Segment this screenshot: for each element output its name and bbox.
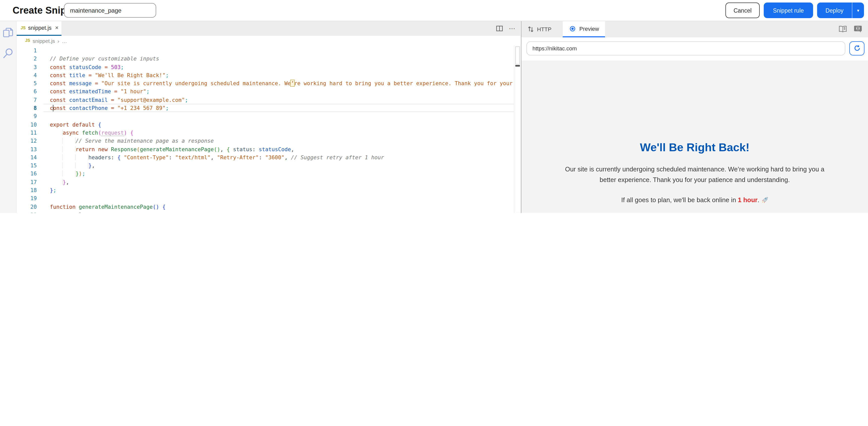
code-token: fetch (82, 130, 98, 136)
line-number[interactable]: 5 (17, 79, 37, 87)
code-line-18[interactable]: 18}; (17, 186, 514, 194)
discord-icon[interactable] (854, 25, 862, 33)
line-number[interactable]: 12 (17, 137, 37, 145)
line-number[interactable]: 15 (17, 161, 37, 170)
docs-book-icon[interactable] (839, 26, 847, 32)
code-token: "Our site is currently undergoing schedu… (101, 80, 291, 86)
http-arrows-icon (527, 26, 534, 32)
line-number[interactable]: 11 (17, 129, 37, 137)
line-number[interactable]: 13 (17, 145, 37, 153)
code-line-1[interactable]: 1 (17, 47, 514, 55)
code-line-3[interactable]: 3const statusCode = 503; (17, 63, 514, 71)
code-line-9[interactable]: 9 (17, 112, 514, 120)
line-number[interactable]: 1 (17, 47, 37, 55)
code-token: { (98, 121, 101, 127)
rocket-icon (761, 196, 768, 204)
line-number[interactable]: 17 (17, 178, 37, 186)
code-line-7[interactable]: 7const contactEmail = "support@example.c… (17, 96, 514, 104)
url-input[interactable] (526, 41, 845, 55)
code-token: const (50, 88, 69, 94)
code-editor[interactable]: 12// Define your customizable inputs3con… (17, 46, 514, 213)
code-token: // Define your customizable inputs (50, 56, 159, 62)
code-line-8[interactable]: 8const contactPhone = "+1 234 567 89"; (17, 104, 514, 112)
code-token: = (114, 88, 121, 94)
code-token: () (214, 146, 220, 152)
code-line-5[interactable]: 5const message = "Our site is currently … (17, 79, 514, 87)
maintenance-message: Our site is currently undergoing schedul… (559, 164, 831, 185)
refresh-button[interactable] (849, 41, 865, 55)
code-line-10[interactable]: 10export default { (17, 120, 514, 129)
cancel-button[interactable]: Cancel (725, 2, 760, 18)
js-file-icon: JS (21, 26, 26, 30)
code-line-6[interactable]: 6const estimatedTime = "1 hour"; (17, 87, 514, 96)
code-token: ` (79, 212, 82, 213)
code-token: : (169, 154, 175, 160)
code-line-15[interactable]: 15 }, (17, 161, 514, 170)
header-actions: Cancel Snippet rule Deploy ▾ (725, 2, 864, 18)
code-token: ( (136, 146, 140, 152)
code-token: ; (146, 88, 150, 94)
line-number[interactable]: 6 (17, 87, 37, 96)
deploy-button[interactable]: Deploy (817, 7, 852, 13)
tab-snippet-js[interactable]: JS snippet.js × (17, 21, 61, 35)
search-icon[interactable] (0, 47, 17, 59)
line-number[interactable]: 2 (17, 55, 37, 63)
code-token (50, 179, 63, 185)
line-number[interactable]: 19 (17, 194, 37, 203)
code-token: statusCode (69, 64, 104, 70)
line-number[interactable]: 21 (17, 211, 37, 213)
breadcrumb-file[interactable]: snippet.js (33, 37, 55, 44)
line-number[interactable]: 16 (17, 170, 37, 178)
tab-preview[interactable]: Preview (563, 21, 605, 37)
code-line-13[interactable]: 13 return new Response(generateMaintenan… (17, 145, 514, 153)
code-token: statusCode (259, 146, 291, 152)
code-token: = (88, 72, 95, 78)
more-actions-icon[interactable]: ⋯ (509, 25, 515, 32)
split-editor-icon[interactable] (496, 26, 503, 31)
line-number[interactable]: 20 (17, 202, 37, 211)
maintenance-page: We'll Be Right Back! Our site is current… (559, 60, 831, 213)
line-number[interactable]: 3 (17, 63, 37, 71)
editor-scrollbar[interactable] (514, 46, 520, 213)
code-token: , (66, 179, 69, 185)
code-line-19[interactable]: 19 (17, 194, 514, 203)
code-token: ( (98, 130, 101, 136)
line-number[interactable]: 7 (17, 96, 37, 104)
snippet-name-input[interactable] (64, 3, 156, 18)
code-line-17[interactable]: 17 }, (17, 178, 514, 186)
line-number[interactable]: 14 (17, 153, 37, 162)
code-token: { (117, 154, 124, 160)
code-line-21[interactable]: 21 return ` (17, 211, 514, 213)
explorer-copy-files-icon[interactable] (0, 27, 17, 38)
breadcrumb-more[interactable]: … (62, 37, 67, 44)
tab-http[interactable]: HTTP (521, 21, 557, 37)
code-line-2[interactable]: 2// Define your customizable inputs (17, 55, 514, 63)
code-token: "support@example.com" (117, 97, 185, 103)
deploy-dropdown-caret[interactable]: ▾ (852, 2, 864, 18)
breadcrumb-separator: › (57, 37, 59, 44)
code-token: : (259, 154, 265, 160)
line-number[interactable]: 9 (17, 112, 37, 120)
scrollbar-thumb[interactable] (515, 47, 520, 64)
tab-label: snippet.js (28, 25, 52, 31)
line-number[interactable]: 8 (17, 104, 37, 112)
code-line-20[interactable]: 20function generateMaintenancePage() { (17, 202, 514, 211)
code-token: ) (124, 130, 127, 136)
breadcrumb[interactable]: JS snippet.js › … (17, 35, 520, 46)
code-line-11[interactable]: 11 async fetch(request) { (17, 129, 514, 137)
code-token: re working hard to bring you a better ex… (294, 80, 514, 86)
snippet-rule-button[interactable]: Snippet rule (764, 2, 813, 18)
deploy-split-button[interactable]: Deploy ▾ (817, 2, 864, 18)
code-token: } (63, 179, 66, 185)
code-line-12[interactable]: 12 // Serve the maintenance page as a re… (17, 137, 514, 145)
line-number[interactable]: 4 (17, 71, 37, 79)
code-token: : (252, 146, 259, 152)
code-line-14[interactable]: 14 headers: { "Content-Type": "text/html… (17, 153, 514, 162)
code-line-4[interactable]: 4const title = "We'll Be Right Back!"; (17, 71, 514, 79)
maintenance-eta: If all goes to plan, we'll be back onlin… (559, 196, 831, 204)
line-number[interactable]: 10 (17, 120, 37, 129)
eta-value: 1 hour (738, 196, 757, 204)
code-line-16[interactable]: 16 }); (17, 170, 514, 178)
tab-close-icon[interactable]: × (55, 24, 59, 31)
line-number[interactable]: 18 (17, 186, 37, 194)
